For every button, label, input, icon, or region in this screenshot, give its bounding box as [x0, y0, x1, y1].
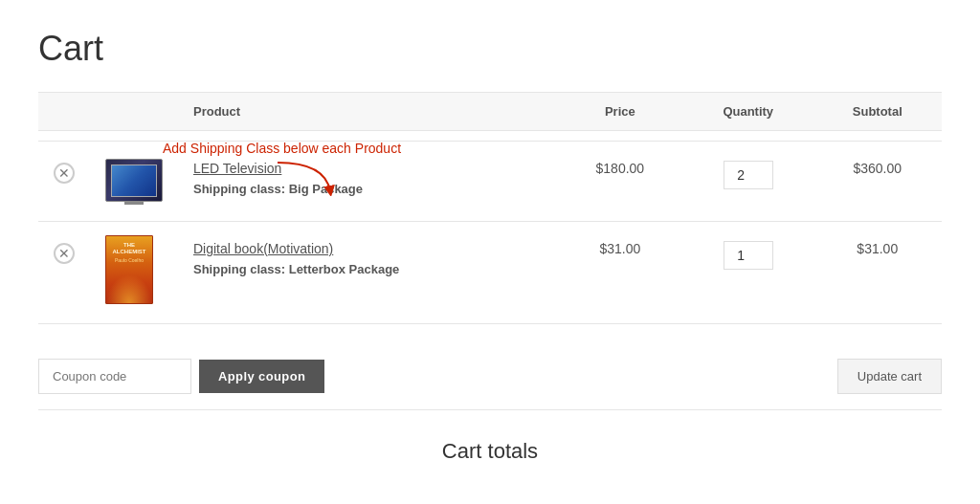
- product-thumbnail: THEALCHEMIST Paulo Coelho: [105, 235, 153, 304]
- price-cell: $31.00: [557, 222, 683, 324]
- page-title: Cart: [38, 29, 942, 69]
- product-info-cell: Digital book(Motivation) Shipping class:…: [178, 222, 557, 324]
- col-quantity: Quantity: [683, 93, 813, 131]
- coupon-input[interactable]: [38, 359, 191, 394]
- quantity-cell: [683, 142, 813, 222]
- remove-button[interactable]: ✕: [54, 163, 75, 184]
- quantity-input[interactable]: [724, 161, 773, 189]
- col-subtotal: Subtotal: [813, 93, 942, 131]
- col-thumb: [90, 93, 178, 131]
- annotation-row: Add Shipping Class below each Product: [38, 131, 942, 142]
- table-row: ✕ THEALCHEMIST Paulo Coelho Digital book…: [38, 222, 942, 324]
- annotation-arrow-icon: [268, 158, 345, 196]
- remove-cell: ✕: [38, 142, 90, 222]
- price-cell: $180.00: [557, 142, 683, 222]
- cart-actions: Apply coupon Update cart: [38, 343, 942, 410]
- remove-button[interactable]: ✕: [54, 243, 75, 264]
- cart-table: Product Price Quantity Subtotal Add Ship…: [38, 92, 942, 324]
- shipping-class: Shipping class: Big Package: [193, 182, 542, 196]
- thumbnail-cell: THEALCHEMIST Paulo Coelho: [90, 222, 178, 324]
- col-product: Product: [178, 93, 557, 131]
- remove-cell: ✕: [38, 222, 90, 324]
- col-price: Price: [557, 93, 683, 131]
- product-thumbnail: [105, 159, 163, 202]
- quantity-input[interactable]: [724, 241, 773, 270]
- subtotal-cell: $31.00: [813, 222, 942, 324]
- annotation-text: Add Shipping Class below each Product: [163, 141, 401, 156]
- update-cart-button[interactable]: Update cart: [837, 359, 942, 394]
- apply-coupon-button[interactable]: Apply coupon: [199, 360, 324, 393]
- cart-totals-heading: Cart totals: [38, 439, 942, 464]
- product-link[interactable]: Digital book(Motivation): [193, 241, 333, 256]
- col-remove: [38, 93, 90, 131]
- quantity-cell: [683, 222, 813, 324]
- shipping-class-value: Letterbox Package: [289, 262, 400, 276]
- shipping-class: Shipping class: Letterbox Package: [193, 262, 542, 276]
- subtotal-cell: $360.00: [813, 142, 942, 222]
- table-header-row: Product Price Quantity Subtotal: [38, 93, 942, 131]
